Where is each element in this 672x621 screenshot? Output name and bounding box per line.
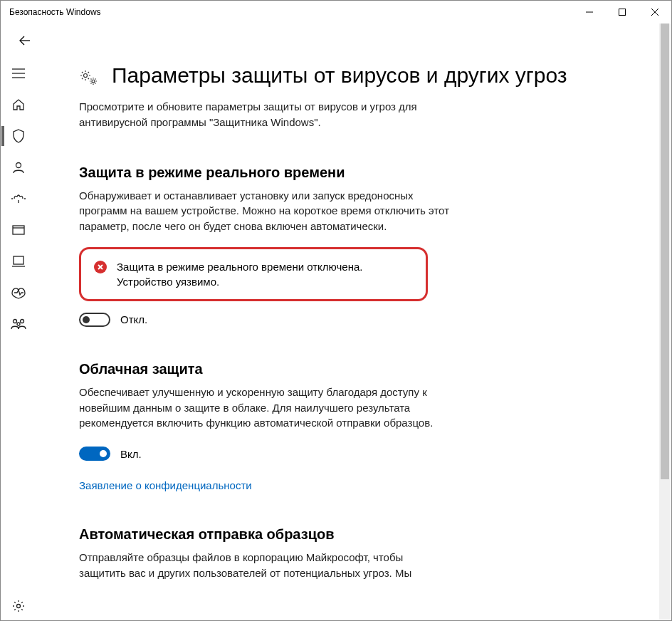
svg-point-21 [92,80,95,83]
page-description: Просмотрите и обновите параметры защиты … [79,99,435,130]
svg-point-16 [14,320,17,323]
svg-rect-12 [13,226,24,234]
window-controls [573,1,671,24]
svg-point-8 [16,163,21,168]
svg-rect-14 [14,256,23,264]
error-icon [94,261,107,273]
section-realtime: Защита в режиме реального времени Обнару… [79,165,449,327]
nav-family[interactable] [1,310,36,338]
nav-settings[interactable] [1,592,36,620]
realtime-title: Защита в режиме реального времени [79,165,449,181]
menu-button[interactable] [1,59,36,88]
content-area: Параметры защиты от вирусов и других угр… [36,58,671,620]
back-row [1,24,671,58]
nav-home[interactable] [1,90,36,119]
page-title: Параметры защиты от вирусов и других угр… [112,62,567,89]
realtime-toggle[interactable] [79,313,110,327]
titlebar: Безопасность Windows [1,1,671,24]
samples-desc: Отправляйте образцы файлов в корпорацию … [79,550,449,581]
gears-icon [79,69,99,89]
realtime-toggle-label: Откл. [120,313,147,325]
cloud-desc: Обеспечивает улучшенную и ускоренную защ… [79,385,449,431]
back-button[interactable] [16,32,33,49]
cloud-title: Облачная защита [79,361,449,377]
svg-point-20 [84,74,88,78]
privacy-link[interactable]: Заявление о конфиденциальности [79,479,252,491]
section-cloud: Облачная защита Обеспечивает улучшенную … [79,361,449,492]
nav-virus-protection[interactable] [1,122,36,150]
scrollbar-thumb[interactable] [661,24,669,479]
svg-rect-1 [619,9,626,16]
cloud-toggle-label: Вкл. [120,448,142,460]
nav-firewall[interactable] [1,184,36,213]
realtime-alert-text: Защита в режиме реального времени отключ… [117,259,413,289]
nav-account[interactable] [1,153,36,182]
maximize-button[interactable] [606,1,639,24]
svg-point-17 [21,320,24,323]
nav-device-security[interactable] [1,247,36,276]
minimize-button[interactable] [573,1,606,24]
cloud-toggle[interactable] [79,447,110,461]
nav-app-browser[interactable] [1,216,36,244]
svg-point-19 [17,605,21,608]
nav-device-performance[interactable] [1,278,36,307]
samples-title: Автоматическая отправка образцов [79,526,449,543]
close-button[interactable] [639,1,671,24]
section-samples: Автоматическая отправка образцов Отправл… [79,526,449,581]
vertical-scrollbar[interactable] [659,24,671,620]
realtime-alert: Защита в режиме реального времени отключ… [79,247,428,301]
realtime-desc: Обнаруживает и останавливает установку и… [79,188,449,234]
window-title: Безопасность Windows [9,7,101,17]
nav-rail [1,58,36,620]
svg-point-18 [17,323,20,325]
